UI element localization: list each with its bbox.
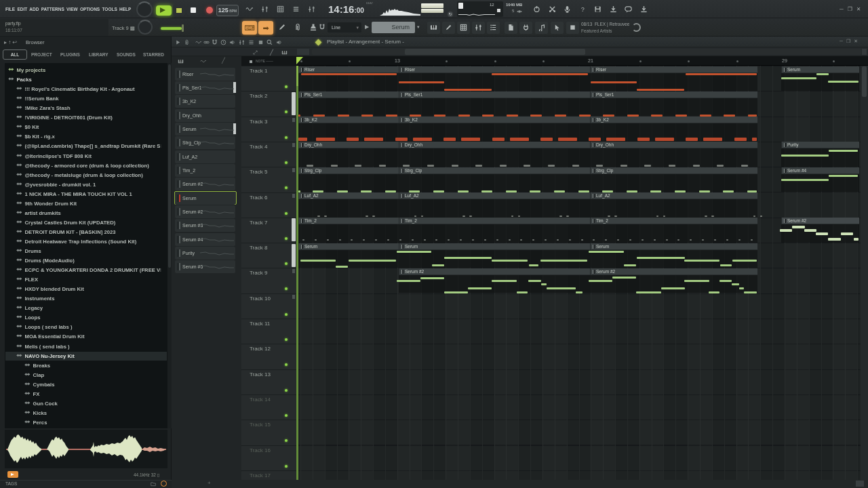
svg-text:?: ? bbox=[580, 6, 584, 13]
